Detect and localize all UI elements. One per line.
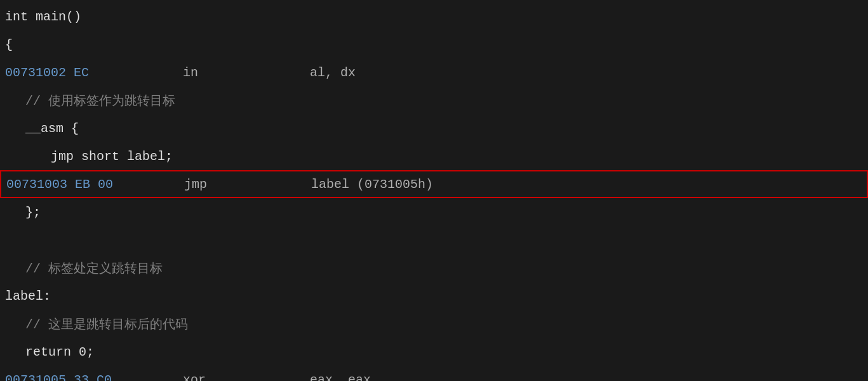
line-14-addr: 00731005 33 C0 (5, 373, 183, 382)
line-7-mnemonic: jmp (184, 177, 311, 192)
line-2-content: { (5, 37, 13, 52)
line-5: __asm { (0, 114, 868, 142)
line-10: // 标签处定义跳转目标 (0, 254, 868, 282)
line-3: 00731002 EC in al, dx (0, 58, 868, 86)
line-3-addr: 00731002 EC (5, 65, 183, 80)
line-3-mnemonic: in (183, 65, 310, 80)
line-9 (0, 226, 868, 254)
line-6: jmp short label; (0, 142, 868, 170)
line-4: // 使用标签作为跳转目标 (0, 86, 868, 114)
line-7-highlighted: 00731003 EB 00 jmp label (0731005h) (0, 170, 868, 198)
line-11-content: label: (5, 289, 51, 304)
line-6-content: jmp short label; (51, 149, 173, 164)
line-9-content (5, 233, 13, 248)
line-1-content: int main() (5, 10, 81, 24)
line-13: return 0; (0, 338, 868, 366)
line-10-content: // 标签处定义跳转目标 (25, 260, 163, 277)
line-14-operand: eax, eax (310, 373, 371, 382)
line-7-operand: label (0731005h) (311, 177, 433, 192)
line-5-content: __asm { (25, 121, 79, 136)
line-14-mnemonic: xor (183, 373, 310, 382)
line-3-operand: al, dx (310, 65, 356, 80)
line-8-content: }; (25, 205, 41, 220)
line-2: { (0, 30, 868, 58)
line-4-content: // 使用标签作为跳转目标 (25, 92, 175, 109)
line-1: int main() (0, 3, 868, 30)
line-11: label: (0, 282, 868, 310)
line-12-content: // 这里是跳转目标后的代码 (25, 316, 188, 333)
line-8: }; (0, 198, 868, 226)
line-12: // 这里是跳转目标后的代码 (0, 310, 868, 338)
code-editor: int main() { 00731002 EC in al, dx // 使用… (0, 0, 868, 381)
line-14: 00731005 33 C0 xor eax, eax (0, 366, 868, 381)
line-13-content: return 0; (25, 345, 94, 359)
line-7-addr: 00731003 EB 00 (6, 177, 184, 192)
